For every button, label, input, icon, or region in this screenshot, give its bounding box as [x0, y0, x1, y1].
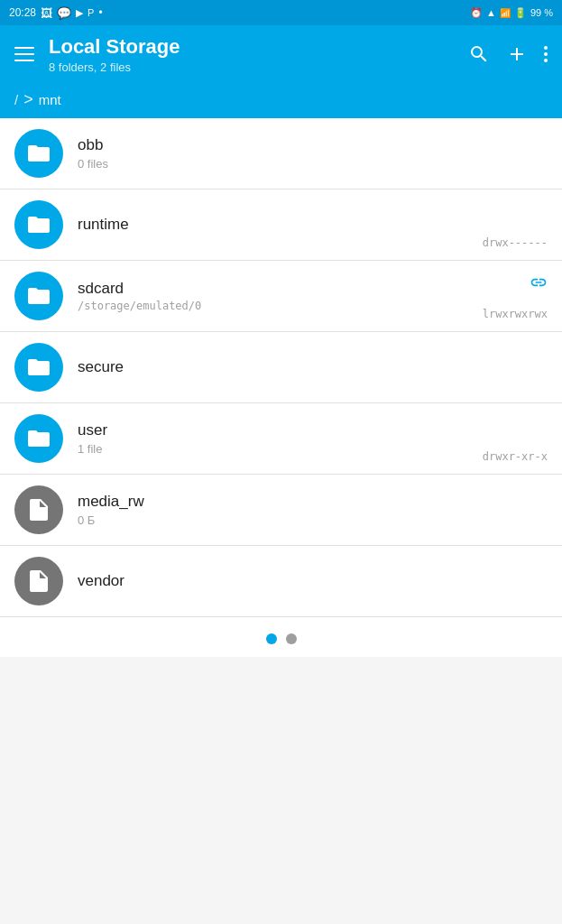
file-icon [14, 485, 63, 534]
pagination-dot-1[interactable] [266, 633, 277, 644]
toolbar-actions [468, 43, 548, 65]
message-icon: 💬 [57, 6, 71, 20]
file-item-sdcard[interactable]: sdcard/storage/emulated/0 lrwxrwxrwx [0, 261, 562, 332]
battery-icon: 🔋 [514, 7, 527, 19]
folder-icon [14, 272, 63, 320]
battery-percentage: 99 % [530, 7, 553, 18]
file-name: runtime [78, 216, 548, 234]
file-list: obb0 files runtimedrwx------ sdcard/stor… [0, 118, 562, 617]
pagination-dot-2[interactable] [286, 633, 297, 644]
more-options-button[interactable] [544, 46, 548, 62]
breadcrumb-root[interactable]: / [14, 92, 18, 107]
folder-icon [14, 200, 63, 249]
file-name: user [78, 421, 548, 439]
folder-icon [14, 343, 63, 392]
symlink-icon [530, 273, 548, 296]
file-item-media_rw[interactable]: media_rw0 Б [0, 475, 562, 546]
video-icon: ▶ [76, 7, 83, 19]
breadcrumb-separator: > [23, 90, 33, 109]
alarm-icon: ⏰ [470, 7, 483, 19]
file-item-vendor[interactable]: vendor [0, 546, 562, 617]
file-name: media_rw [78, 493, 548, 511]
file-name: sdcard [78, 280, 548, 298]
file-name: vendor [78, 572, 548, 590]
toolbar-title: Local Storage [49, 35, 454, 59]
status-left: 20:28 🖼 💬 ▶ P • [9, 6, 103, 20]
file-permissions: lrwxrwxrwx [483, 308, 548, 320]
file-meta: 1 file [78, 442, 548, 456]
add-button[interactable] [506, 43, 528, 65]
file-link-path: /storage/emulated/0 [78, 300, 548, 312]
file-permissions: drwxr-xr-x [483, 450, 548, 463]
file-meta: 0 files [78, 157, 548, 171]
notification-dot: • [98, 6, 102, 19]
signal-icon: 📶 [500, 8, 511, 18]
status-bar: 20:28 🖼 💬 ▶ P • ⏰ ▲ 📶 🔋 99 % [0, 0, 562, 25]
folder-icon [14, 129, 63, 178]
file-item-runtime[interactable]: runtimedrwx------ [0, 189, 562, 261]
file-item-user[interactable]: user1 filedrwxr-xr-x [0, 403, 562, 475]
toolbar-subtitle: 8 folders, 2 files [49, 60, 454, 74]
toolbar-title-area: Local Storage 8 folders, 2 files [49, 35, 454, 74]
file-meta: 0 Б [78, 513, 548, 527]
breadcrumb-current[interactable]: mnt [39, 92, 61, 107]
hamburger-menu-button[interactable] [14, 47, 34, 61]
pagination [0, 617, 562, 657]
search-button[interactable] [468, 43, 490, 65]
status-time: 20:28 [9, 6, 36, 19]
pinterest-icon: P [88, 7, 94, 18]
file-item-secure[interactable]: secure [0, 332, 562, 403]
status-right: ⏰ ▲ 📶 🔋 99 % [470, 7, 553, 19]
file-permissions: drwx------ [483, 236, 548, 249]
file-item-obb[interactable]: obb0 files [0, 118, 562, 189]
wifi-icon: ▲ [486, 7, 496, 18]
toolbar: Local Storage 8 folders, 2 files [0, 25, 562, 83]
file-name: secure [78, 358, 548, 376]
breadcrumb: / > mnt [0, 83, 562, 118]
file-icon [14, 557, 63, 605]
file-name: obb [78, 136, 548, 154]
folder-icon [14, 414, 63, 463]
photo-icon: 🖼 [41, 6, 52, 20]
